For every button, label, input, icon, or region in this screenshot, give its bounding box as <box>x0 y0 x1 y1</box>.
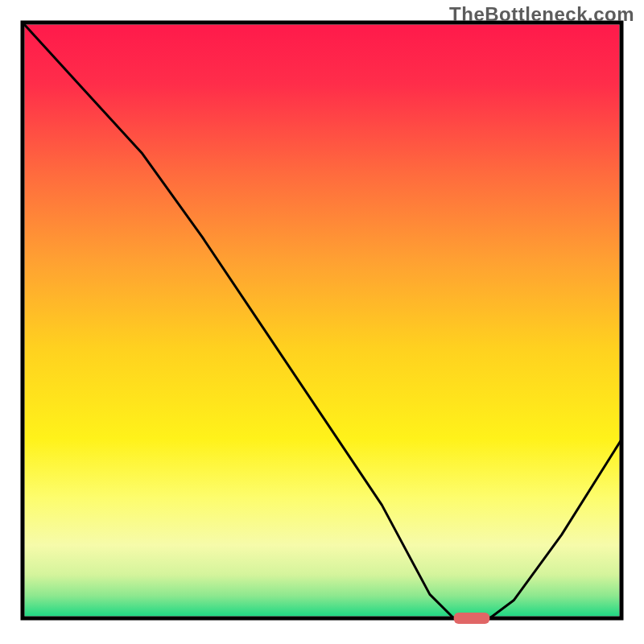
plot-inner <box>23 23 621 624</box>
bottleneck-chart: TheBottleneck.com <box>0 0 644 644</box>
plot-svg <box>0 0 644 644</box>
watermark-text: TheBottleneck.com <box>449 3 634 26</box>
optimal-marker <box>454 613 490 624</box>
gradient-rect <box>25 25 620 617</box>
